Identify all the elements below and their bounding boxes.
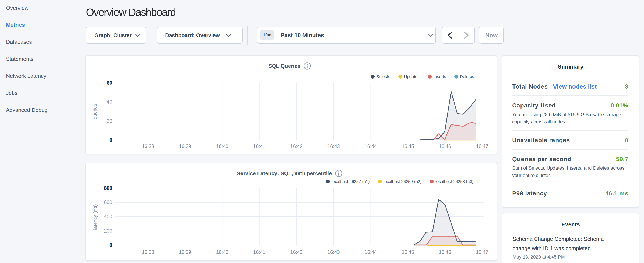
svg-text:20: 20 [107,118,112,124]
svg-text:600: 600 [104,200,112,205]
svg-text:16:46: 16:46 [439,144,451,149]
svg-text:16:44: 16:44 [365,249,377,255]
svg-text:400: 400 [104,214,112,219]
svg-text:16:43: 16:43 [328,144,340,149]
svg-text:16:42: 16:42 [290,144,303,149]
svg-text:16:38: 16:38 [142,144,154,149]
svg-text:16:41: 16:41 [253,249,266,255]
svg-text:16:40: 16:40 [216,144,228,149]
svg-text:16:39: 16:39 [179,249,191,255]
svg-text:16:47: 16:47 [476,249,488,255]
svg-text:16:39: 16:39 [179,144,191,149]
svg-text:16:38: 16:38 [142,249,154,255]
svg-text:60: 60 [107,80,112,86]
svg-text:16:44: 16:44 [365,144,377,149]
svg-text:40: 40 [107,99,112,105]
svg-text:16:41: 16:41 [253,144,266,149]
svg-text:800: 800 [104,185,112,191]
svg-text:0: 0 [110,137,112,143]
svg-text:16:40: 16:40 [216,249,228,255]
svg-text:16:45: 16:45 [402,144,414,149]
svg-text:16:47: 16:47 [476,144,488,149]
svg-text:16:45: 16:45 [402,249,414,255]
svg-text:0: 0 [110,242,112,248]
svg-text:200: 200 [104,228,112,234]
svg-text:16:43: 16:43 [328,249,340,255]
svg-text:16:42: 16:42 [290,249,303,255]
svg-text:16:46: 16:46 [439,249,451,255]
